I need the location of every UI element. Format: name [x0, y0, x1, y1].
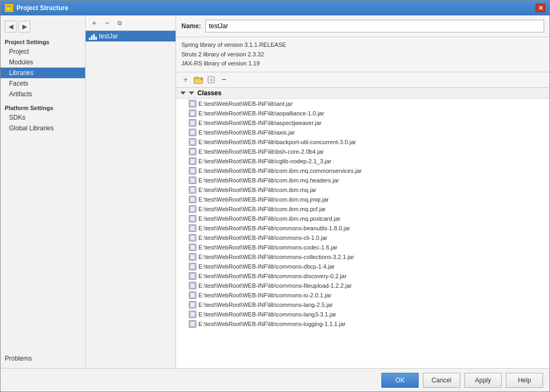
jar-icon: [189, 100, 196, 107]
jar-item[interactable]: E:\test\WebRoot\WEB-INF\lib\com.ibm.mq.j…: [176, 185, 549, 195]
jar-item[interactable]: E:\test\WebRoot\WEB-INF\lib\commons-lang…: [176, 310, 549, 319]
back-button[interactable]: ◀: [5, 21, 16, 32]
jar-item[interactable]: E:\test\WebRoot\WEB-INF\lib\axis.jar: [176, 128, 549, 137]
jar-icon: [189, 234, 196, 241]
classes-toolbar: + + + −: [176, 72, 549, 88]
svg-rect-14: [190, 168, 195, 173]
jar-icon: [189, 119, 196, 127]
jar-path: E:\test\WebRoot\WEB-INF\lib\commons-dbcp…: [198, 263, 335, 270]
jar-item[interactable]: E:\test\WebRoot\WEB-INF\lib\com.ibm.mq.p…: [176, 204, 549, 214]
close-button[interactable]: ✕: [536, 4, 545, 12]
jar-item[interactable]: E:\test\WebRoot\WEB-INF\lib\commons-cli-…: [176, 233, 549, 243]
jar-item[interactable]: E:\test\WebRoot\WEB-INF\lib\commons-bean…: [176, 223, 549, 233]
jar-item[interactable]: E:\test\WebRoot\WEB-INF\lib\ant.jar: [176, 99, 549, 109]
jar-item[interactable]: E:\test\WebRoot\WEB-INF\lib\aspectjweave…: [176, 118, 549, 128]
jar-path: E:\test\WebRoot\WEB-INF\lib\commons-disc…: [198, 273, 347, 279]
jar-path: E:\test\WebRoot\WEB-INF\lib\commons-io-2…: [198, 292, 331, 298]
sidebar-item-global-libraries[interactable]: Global Libraries: [1, 123, 85, 134]
content-area: ◀ ▶ Project Settings Project Modules Lib…: [1, 15, 549, 368]
jar-icon: [189, 177, 196, 184]
jar-item[interactable]: E:\test\WebRoot\WEB-INF\lib\commons-io-2…: [176, 290, 549, 300]
jar-path: E:\test\WebRoot\WEB-INF\lib\commons-lang…: [198, 311, 336, 318]
window-title: Project Structure: [16, 4, 68, 12]
platform-settings-header: Platform Settings: [1, 99, 85, 112]
apply-button[interactable]: Apply: [464, 373, 502, 388]
right-panel: Name: Spring library of version 3.1.1.RE…: [176, 15, 549, 368]
jar-path: E:\test\WebRoot\WEB-INF\lib\bsh-core-2.0…: [198, 148, 324, 155]
jar-path: E:\test\WebRoot\WEB-INF\lib\axis.jar: [198, 129, 295, 136]
jar-item[interactable]: E:\test\WebRoot\WEB-INF\lib\backport-uti…: [176, 137, 549, 147]
jar-icon: [189, 301, 196, 308]
name-input[interactable]: [205, 20, 544, 32]
svg-rect-13: [190, 159, 195, 164]
classes-add-jar-button[interactable]: +: [206, 74, 216, 85]
jar-icon: [189, 148, 196, 155]
svg-rect-24: [190, 264, 195, 269]
lib-list: testJar: [86, 31, 176, 368]
jar-item[interactable]: E:\test\WebRoot\WEB-INF\lib\com.ibm.mq.p…: [176, 214, 549, 223]
jar-icon: [189, 129, 196, 136]
jar-icon: [189, 224, 196, 232]
jar-path: E:\test\WebRoot\WEB-INF\lib\commons-cli-…: [198, 235, 327, 241]
jar-path: E:\test\WebRoot\WEB-INF\lib\com.ibm.mq.c…: [198, 168, 362, 174]
jar-path: E:\test\WebRoot\WEB-INF\lib\commons-file…: [198, 282, 352, 289]
jar-item[interactable]: E:\test\WebRoot\WEB-INF\lib\aopalliance-…: [176, 109, 549, 118]
jar-path: E:\test\WebRoot\WEB-INF\lib\commons-code…: [198, 244, 337, 251]
jar-items-container: E:\test\WebRoot\WEB-INF\lib\ant.jar E:\t…: [176, 99, 549, 329]
add-library-button[interactable]: +: [89, 18, 99, 28]
jar-item[interactable]: E:\test\WebRoot\WEB-INF\lib\bsh-core-2.0…: [176, 147, 549, 156]
remove-library-button[interactable]: −: [102, 18, 112, 28]
sidebar-item-artifacts[interactable]: Artifacts: [1, 89, 85, 99]
sidebar-item-sdks[interactable]: SDKs: [1, 112, 85, 123]
jar-item[interactable]: E:\test\WebRoot\WEB-INF\lib\commons-logg…: [176, 319, 549, 329]
svg-rect-29: [190, 312, 195, 317]
svg-text:+: +: [210, 78, 213, 82]
forward-button[interactable]: ▶: [19, 21, 30, 32]
jar-path: E:\test\WebRoot\WEB-INF\lib\cglib-nodep-…: [198, 158, 331, 164]
jar-icon: [189, 272, 196, 280]
lib-item-testjar[interactable]: testJar: [86, 31, 176, 41]
name-row: Name:: [176, 15, 549, 37]
classes-header: Classes: [176, 88, 549, 99]
jar-path: E:\test\WebRoot\WEB-INF\lib\commons-bean…: [198, 225, 350, 231]
jar-item[interactable]: E:\test\WebRoot\WEB-INF\lib\commons-file…: [176, 281, 549, 290]
jar-item[interactable]: E:\test\WebRoot\WEB-INF\lib\commons-lang…: [176, 300, 549, 310]
jar-item[interactable]: E:\test\WebRoot\WEB-INF\lib\commons-disc…: [176, 271, 549, 281]
jar-item[interactable]: E:\test\WebRoot\WEB-INF\lib\com.ibm.mq.j…: [176, 195, 549, 204]
classes-add-folder-button[interactable]: +: [193, 74, 204, 85]
ok-button[interactable]: OK: [381, 373, 419, 388]
classes-remove-button[interactable]: −: [219, 74, 229, 85]
svg-rect-30: [190, 321, 195, 327]
jar-icon: [189, 196, 196, 203]
copy-library-button[interactable]: ⧉: [114, 18, 125, 28]
help-button[interactable]: Help: [506, 373, 543, 388]
expand-icon: [180, 91, 186, 95]
jar-item[interactable]: E:\test\WebRoot\WEB-INF\lib\cglib-nodep-…: [176, 156, 549, 166]
lib-item-label: testJar: [99, 32, 118, 40]
jar-icon: [189, 138, 196, 146]
svg-rect-22: [190, 245, 195, 250]
classes-add-button[interactable]: +: [180, 74, 191, 85]
cancel-button[interactable]: Cancel: [423, 373, 460, 388]
sidebar-item-modules[interactable]: Modules: [1, 57, 85, 68]
sidebar-item-facets[interactable]: Facets: [1, 78, 85, 89]
jar-path: E:\test\WebRoot\WEB-INF\lib\commons-coll…: [198, 254, 354, 260]
library-list-panel: + − ⧉ testJar: [86, 15, 176, 368]
sidebar-item-problems[interactable]: Problems: [1, 351, 85, 364]
classes-tree[interactable]: Classes E:\test\WebRoot\WEB-INF\lib\ant.…: [176, 88, 549, 368]
jar-item[interactable]: E:\test\WebRoot\WEB-INF\lib\commons-code…: [176, 243, 549, 252]
jar-item[interactable]: E:\test\WebRoot\WEB-INF\lib\commons-coll…: [176, 252, 549, 262]
svg-rect-16: [190, 187, 195, 193]
jar-item[interactable]: E:\test\WebRoot\WEB-INF\lib\commons-dbcp…: [176, 262, 549, 271]
title-bar-left: Project Structure: [5, 4, 68, 12]
jar-item[interactable]: E:\test\WebRoot\WEB-INF\lib\com.ibm.mq.h…: [176, 176, 549, 185]
svg-rect-8: [190, 111, 195, 116]
sidebar-item-project[interactable]: Project: [1, 46, 85, 57]
svg-rect-9: [190, 120, 195, 126]
jar-icon: [189, 263, 196, 270]
sidebar-item-libraries[interactable]: Libraries: [1, 68, 85, 78]
jar-item[interactable]: E:\test\WebRoot\WEB-INF\lib\com.ibm.mq.c…: [176, 166, 549, 176]
project-settings-header: Project Settings: [1, 36, 85, 46]
lib-toolbar: + − ⧉: [86, 15, 176, 31]
jar-path: E:\test\WebRoot\WEB-INF\lib\com.ibm.mq.j…: [198, 196, 329, 203]
